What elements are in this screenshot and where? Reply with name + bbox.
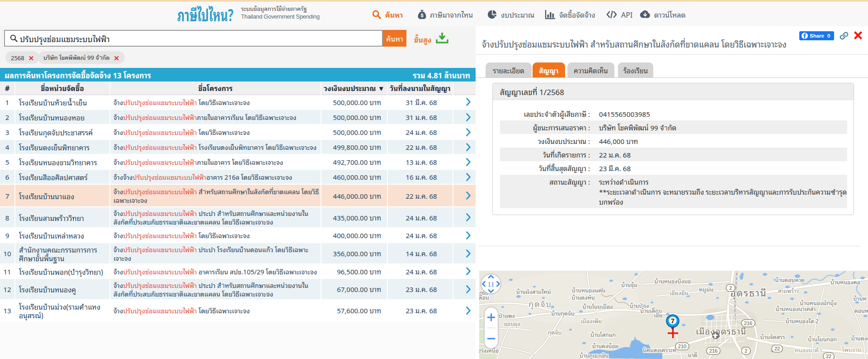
- svg-text:บ้านหนองคอ: บ้านหนองคอ: [830, 277, 860, 286]
- svg-text:บ้านดงคำ: บ้านดงคำ: [851, 333, 868, 342]
- svg-text:กุดจับ: กุดจับ: [528, 297, 552, 310]
- svg-text:บ้านดงหัน: บ้านดงหัน: [571, 292, 595, 302]
- svg-text:บ้านดอนหาด: บ้านดอนหาด: [775, 275, 805, 284]
- svg-text:บ้านดงน้อย: บ้านดงน้อย: [592, 341, 618, 350]
- svg-text:โพนงาม: โพนงาม: [842, 345, 861, 354]
- svg-text:บ้านโนนเมือง: บ้านโนนเมือง: [582, 302, 613, 311]
- svg-text:2: 2: [745, 348, 747, 354]
- svg-text:ขอนยุง: ขอนยุง: [504, 319, 520, 328]
- svg-text:หนองนาคำ: หนองนาคำ: [795, 345, 822, 354]
- svg-text:210: 210: [678, 344, 686, 349]
- svg-text:เชีย: เชีย: [654, 310, 663, 319]
- svg-text:บ้านหนองบึงมอ: บ้านหนองบึงมอ: [655, 276, 691, 285]
- svg-text:2: 2: [729, 285, 732, 291]
- svg-text:$: $: [420, 13, 423, 18]
- svg-text:บ้านผังสามใหม่: บ้านผังสามใหม่: [516, 287, 551, 296]
- svg-text:บ้านโสกแก: บ้านโสกแก: [590, 330, 616, 339]
- svg-text:ป่าแพง: ป่าแพง: [499, 311, 515, 320]
- svg-text:นาดี: นาดี: [688, 350, 697, 359]
- svg-text:ดอนหา: ดอนหา: [854, 306, 868, 315]
- svg-text:อุดรธานี: อุดรธานี: [730, 285, 767, 300]
- svg-text:216: 216: [744, 321, 752, 326]
- svg-text:เชียงยืน: เชียงยืน: [670, 288, 689, 297]
- svg-text:22: 22: [774, 346, 780, 351]
- svg-text:7: 7: [671, 317, 675, 325]
- svg-text:บ้านห: บ้านห: [853, 293, 866, 302]
- svg-text:22: 22: [826, 354, 831, 359]
- svg-text:าลเตือน: าลเตือน: [479, 292, 489, 302]
- svg-text:สามพร้าว: สามพร้าว: [778, 286, 799, 295]
- svg-text:บ้านจุ้ม: บ้านจุ้ม: [621, 280, 637, 289]
- svg-text:นิคมสงเคราะห์: นิคมสงเคราะห์: [643, 345, 676, 354]
- svg-text:บ้านจัดสรร: บ้านจัดสรร: [760, 332, 785, 341]
- svg-text:เมืองอุดรธานี: เมืองอุดรธานี: [696, 324, 746, 338]
- svg-text:บ้านหนองใส 2: บ้านหนองใส 2: [785, 316, 818, 325]
- svg-text:บ้านภูเขาเขิน: บ้านภูเขาเขิน: [580, 350, 609, 359]
- svg-text:กุดจับ: กุดจับ: [548, 327, 561, 336]
- svg-text:216: 216: [709, 348, 717, 354]
- svg-text:บ้านโนนกอก: บ้านโนนกอก: [808, 334, 837, 343]
- svg-text:บ้านหนองผักบุ้ง: บ้านหนองผักบุ้ง: [800, 298, 836, 307]
- svg-text:เมืองเพีย: เมืองเพีย: [581, 316, 602, 325]
- svg-text:หมูม่น: หมูม่น: [699, 284, 713, 293]
- svg-text:บ้านกุดจับ: บ้านกุดจับ: [551, 308, 575, 317]
- svg-text:11: 11: [488, 280, 495, 288]
